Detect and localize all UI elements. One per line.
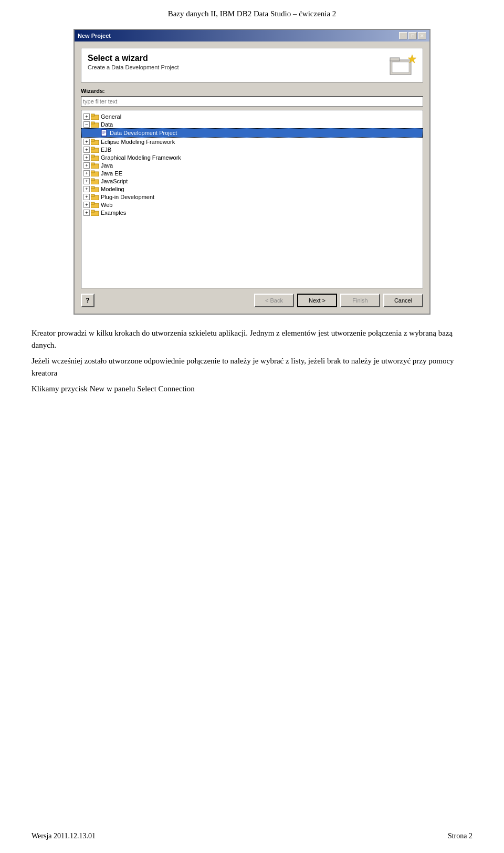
svg-rect-8 <box>101 130 107 136</box>
wizard-title: Select a wizard <box>88 54 179 63</box>
expand-icon-ejb[interactable]: + <box>83 147 90 153</box>
tree-label-java: Java <box>101 162 113 169</box>
svg-rect-1 <box>390 58 400 61</box>
page-footer: Wersja 2011.12.13.01 Strona 2 <box>32 832 472 840</box>
tree-item-javaee[interactable]: + Java EE <box>81 169 423 177</box>
tree-list[interactable]: + General – Data <box>81 110 423 288</box>
expand-icon-java[interactable]: + <box>83 162 90 169</box>
maximize-button[interactable]: □ <box>408 32 417 39</box>
folder-icon-eclipse <box>91 138 99 145</box>
tree-item-plugin[interactable]: + Plug-in Development <box>81 193 423 201</box>
tree-item-data[interactable]: – Data <box>81 120 423 128</box>
new-project-dialog: New Project – □ ✕ Select a wizard Create… <box>74 29 430 315</box>
svg-rect-26 <box>91 186 94 189</box>
tree-label-web: Web <box>101 202 112 208</box>
wizard-header-text: Select a wizard Create a Data Developmen… <box>88 54 179 70</box>
tree-item-modeling[interactable]: + Modeling <box>81 185 423 193</box>
wizard-svg-icon <box>389 54 416 77</box>
page-header: Bazy danych II, IBM DB2 Data Studio – ćw… <box>0 0 504 24</box>
svg-rect-24 <box>91 179 94 181</box>
window-body: Select a wizard Create a Data Developmen… <box>75 41 429 314</box>
expand-icon-javascript[interactable]: + <box>83 178 90 184</box>
expand-icon-javaee[interactable]: + <box>83 170 90 176</box>
tree-label-modeling: Modeling <box>101 186 124 192</box>
next-button[interactable]: Next > <box>297 294 337 307</box>
expand-icon-data[interactable]: – <box>83 121 90 128</box>
help-button[interactable]: ? <box>81 294 94 307</box>
filter-input[interactable] <box>81 96 423 107</box>
window-titlebar: New Project – □ ✕ <box>75 30 429 41</box>
doc-icon-project <box>101 129 108 137</box>
tree-item-javascript[interactable]: + JavaScript <box>81 177 423 185</box>
svg-rect-16 <box>91 147 94 149</box>
tree-item-eclipse[interactable]: + Eclipse Modeling Framework <box>81 138 423 145</box>
folder-icon-data <box>91 121 99 128</box>
expand-icon-general[interactable]: + <box>83 113 90 120</box>
tree-label-data: Data <box>101 121 113 128</box>
button-bar: ? < Back Next > Finish Cancel <box>81 294 423 307</box>
svg-rect-32 <box>91 210 94 212</box>
wizard-subtitle: Create a Data Development Project <box>88 64 179 70</box>
tree-label-plugin: Plug-in Development <box>101 194 154 200</box>
folder-icon-modeling <box>91 185 99 192</box>
folder-icon-general <box>91 113 99 120</box>
body-paragraph-2: Jeżeli wcześniej zostało utworzone odpow… <box>32 355 472 379</box>
window-title: New Project <box>78 33 111 39</box>
header-title: Bazy danych II, IBM DB2 Data Studio – ćw… <box>168 9 337 18</box>
svg-rect-18 <box>91 155 94 157</box>
svg-rect-2 <box>392 62 409 72</box>
folder-icon-javascript <box>91 178 99 184</box>
folder-icon-plugin <box>91 193 99 200</box>
expand-icon-modeling[interactable]: + <box>83 186 90 192</box>
tree-item-general[interactable]: + General <box>81 112 423 120</box>
tree-label-ejb: EJB <box>101 147 111 153</box>
tree-label-general: General <box>101 113 121 120</box>
folder-icon-web <box>91 201 99 208</box>
tree-label-examples: Examples <box>101 210 126 216</box>
tree-item-gmf[interactable]: + Graphical Modeling Framework <box>81 153 423 161</box>
svg-rect-30 <box>91 202 94 204</box>
svg-rect-20 <box>91 163 94 165</box>
cancel-button[interactable]: Cancel <box>383 294 423 307</box>
tree-label-javascript: JavaScript <box>101 178 128 184</box>
footer-page: Strona 2 <box>448 832 472 840</box>
svg-rect-28 <box>91 194 94 196</box>
expand-icon-eclipse[interactable]: + <box>83 139 90 145</box>
expand-icon-web[interactable]: + <box>83 202 90 208</box>
dialog-container: New Project – □ ✕ Select a wizard Create… <box>74 29 430 315</box>
expand-icon-gmf[interactable]: + <box>83 154 90 161</box>
folder-icon-ejb <box>91 146 99 153</box>
window-controls: – □ ✕ <box>399 32 426 39</box>
tree-item-web[interactable]: + Web <box>81 201 423 209</box>
svg-rect-22 <box>91 171 94 173</box>
body-text: Kreator prowadzi w kilku krokach do utwo… <box>32 327 472 395</box>
tree-item-data-dev-project[interactable]: Data Development Project <box>81 128 423 138</box>
expand-icon-examples[interactable]: + <box>83 210 90 216</box>
folder-icon-examples <box>91 209 99 216</box>
folder-icon-gmf <box>91 154 99 161</box>
body-paragraph-1: Kreator prowadzi w kilku krokach do utwo… <box>32 327 472 351</box>
tree-item-examples[interactable]: + Examples <box>81 209 423 216</box>
tree-item-ejb[interactable]: + EJB <box>81 145 423 153</box>
tree-label-data-dev-project: Data Development Project <box>110 130 177 136</box>
finish-button[interactable]: Finish <box>340 294 380 307</box>
tree-label-eclipse: Eclipse Modeling Framework <box>101 139 175 145</box>
svg-rect-5 <box>91 114 94 116</box>
wizard-icon <box>389 54 416 77</box>
svg-rect-7 <box>91 122 94 124</box>
close-button[interactable]: ✕ <box>418 32 426 39</box>
back-button[interactable]: < Back <box>254 294 294 307</box>
btn-group: < Back Next > Finish Cancel <box>254 294 423 307</box>
folder-icon-javaee <box>91 170 99 176</box>
svg-rect-14 <box>91 139 94 141</box>
body-paragraph-3: Klikamy przycisk New w panelu Select Con… <box>32 383 472 395</box>
folder-icon-java <box>91 162 99 169</box>
wizards-label: Wizards: <box>81 88 423 94</box>
tree-label-gmf: Graphical Modeling Framework <box>101 154 181 161</box>
tree-item-java[interactable]: + Java <box>81 161 423 169</box>
expand-icon-plugin[interactable]: + <box>83 194 90 200</box>
minimize-button[interactable]: – <box>399 32 407 39</box>
tree-label-javaee: Java EE <box>101 170 122 176</box>
wizard-header: Select a wizard Create a Data Developmen… <box>81 48 423 82</box>
footer-version: Wersja 2011.12.13.01 <box>32 832 96 840</box>
